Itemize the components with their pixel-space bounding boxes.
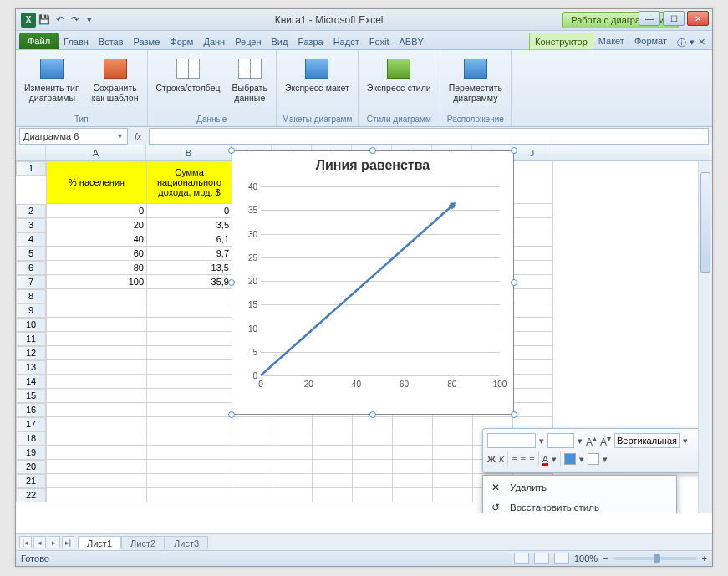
switch-rowcol-button[interactable]: Строка/столбец bbox=[153, 54, 224, 104]
cell[interactable] bbox=[513, 303, 553, 318]
maximize-button[interactable]: ☐ bbox=[663, 11, 685, 26]
tab-data[interactable]: Данн bbox=[198, 33, 230, 49]
cell[interactable] bbox=[313, 417, 353, 431]
cell[interactable] bbox=[353, 460, 393, 474]
fx-icon[interactable]: fx bbox=[135, 131, 142, 141]
cell[interactable] bbox=[513, 389, 553, 403]
save-template-button[interactable]: Сохранить как шаблон bbox=[89, 54, 142, 104]
cell[interactable] bbox=[433, 431, 473, 446]
chart-plot-area[interactable]: 0510152025303540020406080100 bbox=[261, 186, 500, 375]
tab-abbyy[interactable]: ABBY bbox=[395, 33, 429, 49]
shrink-font-icon[interactable]: A▾ bbox=[600, 434, 611, 448]
cell[interactable] bbox=[393, 431, 433, 446]
resize-handle[interactable] bbox=[511, 147, 517, 154]
cell[interactable] bbox=[147, 303, 232, 318]
cell[interactable] bbox=[433, 474, 473, 488]
cell[interactable] bbox=[47, 303, 147, 318]
cell[interactable] bbox=[313, 488, 353, 502]
resize-handle[interactable] bbox=[228, 411, 235, 418]
cell[interactable] bbox=[353, 446, 393, 460]
cell[interactable]: 9,7 bbox=[147, 247, 232, 261]
cell[interactable] bbox=[313, 431, 353, 446]
cell[interactable] bbox=[393, 417, 433, 431]
cell[interactable] bbox=[513, 346, 553, 360]
cell[interactable] bbox=[47, 346, 147, 360]
tab-addins[interactable]: Надст bbox=[328, 33, 364, 49]
tab-review[interactable]: Рецен bbox=[230, 33, 266, 49]
cell[interactable] bbox=[272, 446, 313, 460]
help-icon[interactable]: ⓘ bbox=[677, 37, 686, 49]
cell[interactable] bbox=[147, 460, 232, 474]
cell[interactable] bbox=[47, 446, 147, 460]
cell[interactable] bbox=[313, 460, 353, 474]
cell[interactable] bbox=[47, 474, 147, 488]
cell[interactable]: 3,5 bbox=[147, 218, 232, 232]
sheet-tab-1[interactable]: Лист1 bbox=[78, 536, 121, 550]
move-chart-button[interactable]: Переместить диаграмму bbox=[445, 54, 506, 104]
cell[interactable] bbox=[147, 446, 232, 460]
cell[interactable] bbox=[47, 360, 147, 375]
cell[interactable] bbox=[433, 417, 473, 431]
last-sheet-icon[interactable]: ▸| bbox=[62, 536, 74, 548]
cell[interactable] bbox=[232, 431, 272, 446]
cell[interactable] bbox=[513, 289, 553, 303]
cell[interactable] bbox=[513, 403, 553, 417]
grow-font-icon[interactable]: A▴ bbox=[586, 434, 597, 448]
worksheet-grid[interactable]: ABCDEFGHIJ 1% населенияСумма национально… bbox=[16, 145, 712, 513]
chevron-down-icon[interactable]: ▼ bbox=[116, 132, 124, 140]
outline-color-icon[interactable] bbox=[588, 453, 599, 465]
chevron-down-icon[interactable]: ▾ bbox=[579, 454, 584, 465]
cell[interactable] bbox=[47, 289, 147, 303]
cell[interactable] bbox=[513, 275, 553, 289]
qat-undo-icon[interactable]: ↶ bbox=[53, 13, 66, 27]
cell[interactable] bbox=[147, 360, 232, 375]
cell[interactable] bbox=[393, 474, 433, 488]
cell[interactable] bbox=[147, 375, 232, 389]
zoom-in-icon[interactable]: + bbox=[702, 553, 707, 563]
tab-home[interactable]: Главн bbox=[59, 33, 94, 49]
align-left-icon[interactable]: ≡ bbox=[512, 454, 517, 464]
cell[interactable]: 13,5 bbox=[147, 261, 232, 275]
cell[interactable] bbox=[47, 375, 147, 389]
cell[interactable] bbox=[147, 474, 232, 488]
change-chart-type-button[interactable]: Изменить тип диаграммы bbox=[21, 54, 84, 104]
cell[interactable]: 40 bbox=[47, 232, 147, 247]
cell[interactable] bbox=[147, 389, 232, 403]
tab-format[interactable]: Формат bbox=[629, 33, 672, 49]
zoom-level[interactable]: 100% bbox=[574, 553, 598, 563]
cell[interactable] bbox=[513, 247, 553, 261]
cell[interactable]: 80 bbox=[47, 261, 147, 275]
cell[interactable] bbox=[47, 403, 147, 417]
minimize-button[interactable]: — bbox=[639, 11, 660, 26]
cell[interactable] bbox=[513, 161, 553, 204]
embedded-chart[interactable]: Линия равенства 051015202530354002040608… bbox=[232, 150, 514, 415]
sheet-tab-3[interactable]: Лист3 bbox=[165, 536, 208, 550]
cell[interactable] bbox=[353, 474, 393, 488]
chevron-down-icon[interactable]: ▾ bbox=[539, 436, 544, 446]
col-header[interactable]: B bbox=[146, 145, 232, 160]
qat-dd-icon[interactable]: ▾ bbox=[83, 13, 96, 27]
tab-view[interactable]: Вид bbox=[267, 33, 293, 49]
close-button[interactable]: ✕ bbox=[687, 11, 709, 26]
cell[interactable] bbox=[47, 417, 147, 431]
resize-handle[interactable] bbox=[228, 147, 235, 154]
cell[interactable] bbox=[47, 460, 147, 474]
formula-input[interactable] bbox=[149, 128, 709, 145]
align-right-icon[interactable]: ≡ bbox=[529, 454, 534, 464]
name-box[interactable]: Диаграмма 6▼ bbox=[19, 128, 128, 145]
zoom-out-icon[interactable]: − bbox=[603, 553, 608, 563]
cell[interactable] bbox=[272, 488, 313, 502]
cell[interactable] bbox=[353, 431, 393, 446]
first-sheet-icon[interactable]: |◂ bbox=[19, 536, 32, 548]
align-center-icon[interactable]: ≡ bbox=[521, 454, 526, 464]
cell[interactable] bbox=[232, 474, 272, 488]
shape-style-input[interactable] bbox=[614, 433, 680, 448]
vertical-scrollbar[interactable] bbox=[698, 161, 712, 513]
cell[interactable] bbox=[272, 474, 313, 488]
view-normal-icon[interactable] bbox=[514, 553, 529, 564]
next-sheet-icon[interactable]: ▸ bbox=[48, 536, 60, 548]
cell[interactable] bbox=[513, 204, 553, 218]
cell[interactable] bbox=[232, 488, 272, 502]
prev-sheet-icon[interactable]: ◂ bbox=[33, 536, 46, 548]
cell[interactable]: Сумма национального дохода, мрд. $ bbox=[147, 161, 232, 204]
